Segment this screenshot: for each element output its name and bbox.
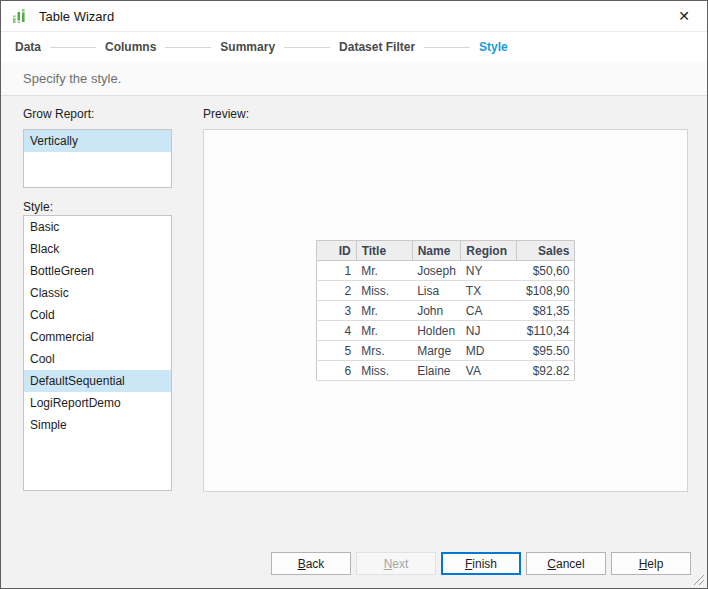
cell-region: CA — [461, 301, 517, 321]
cell-title: Mr. — [356, 321, 412, 341]
style-option-logireportdemo[interactable]: LogiReportDemo — [24, 392, 171, 414]
wizard-steps: DataColumnsSummaryDataset FilterStyle — [1, 32, 707, 62]
cell-region: VA — [461, 361, 517, 381]
finish-button[interactable]: Finish — [441, 552, 521, 575]
table-row: 5Mrs.MargeMD$95.50 — [316, 341, 575, 361]
preview-label: Preview: — [203, 107, 249, 121]
style-label: Style: — [23, 200, 53, 214]
title-bar: Table Wizard ✕ — [1, 1, 707, 32]
window-title: Table Wizard — [39, 9, 114, 24]
column-header-title: Title — [356, 241, 412, 261]
cell-name: Joseph — [412, 261, 461, 281]
help-button[interactable]: Help — [611, 552, 691, 575]
cell-id: 1 — [316, 261, 356, 281]
cell-sales: $95.50 — [517, 341, 575, 361]
step-summary[interactable]: Summary — [220, 40, 275, 54]
cell-sales: $92.82 — [517, 361, 575, 381]
grow-report-listbox[interactable]: Vertically — [23, 129, 172, 188]
step-data[interactable]: Data — [15, 40, 41, 54]
step-description: Specify the style. — [1, 62, 707, 96]
cell-title: Miss. — [356, 281, 412, 301]
cell-sales: $110,34 — [517, 321, 575, 341]
cell-name: Elaine — [412, 361, 461, 381]
table-row: 3Mr.JohnCA$81,35 — [316, 301, 575, 321]
table-wizard-dialog: Table Wizard ✕ DataColumnsSummaryDataset… — [0, 0, 708, 589]
cell-id: 3 — [316, 301, 356, 321]
step-dataset-filter[interactable]: Dataset Filter — [339, 40, 415, 54]
grow-report-label: Grow Report: — [23, 107, 94, 121]
cell-sales: $50,60 — [517, 261, 575, 281]
style-option-basic[interactable]: Basic — [24, 216, 171, 238]
style-option-cold[interactable]: Cold — [24, 304, 171, 326]
table-row: 4Mr.HoldenNJ$110,34 — [316, 321, 575, 341]
preview-table-header: IDTitleNameRegionSales — [316, 241, 575, 261]
style-option-defaultsequential[interactable]: DefaultSequential — [24, 370, 171, 392]
step-connector — [165, 47, 211, 48]
cell-region: TX — [461, 281, 517, 301]
step-style[interactable]: Style — [479, 40, 508, 54]
step-connector — [284, 47, 330, 48]
column-header-sales: Sales — [517, 241, 575, 261]
cancel-button[interactable]: Cancel — [526, 552, 606, 575]
table-wizard-icon — [12, 7, 30, 25]
style-listbox[interactable]: BasicBlackBottleGreenClassicColdCommerci… — [23, 215, 172, 491]
cell-name: Holden — [412, 321, 461, 341]
cell-region: NJ — [461, 321, 517, 341]
table-row: 1Mr.JosephNY$50,60 — [316, 261, 575, 281]
column-header-id: ID — [316, 241, 356, 261]
cell-region: MD — [461, 341, 517, 361]
cell-title: Mr. — [356, 261, 412, 281]
cell-name: John — [412, 301, 461, 321]
style-option-classic[interactable]: Classic — [24, 282, 171, 304]
cell-region: NY — [461, 261, 517, 281]
cell-id: 4 — [316, 321, 356, 341]
cell-id: 6 — [316, 361, 356, 381]
style-option-black[interactable]: Black — [24, 238, 171, 260]
cell-title: Miss. — [356, 361, 412, 381]
cell-id: 5 — [316, 341, 356, 361]
table-row: 2Miss.LisaTX$108,90 — [316, 281, 575, 301]
resize-grip[interactable] — [691, 572, 705, 586]
column-header-name: Name — [412, 241, 461, 261]
next-button: Next — [356, 552, 436, 575]
preview-panel: IDTitleNameRegionSales 1Mr.JosephNY$50,6… — [203, 129, 688, 492]
preview-table-body: 1Mr.JosephNY$50,602Miss.LisaTX$108,903Mr… — [316, 261, 575, 381]
grow-report-option-vertically[interactable]: Vertically — [24, 130, 171, 152]
style-option-commercial[interactable]: Commercial — [24, 326, 171, 348]
style-option-cool[interactable]: Cool — [24, 348, 171, 370]
style-option-bottlegreen[interactable]: BottleGreen — [24, 260, 171, 282]
button-bar: BackNextFinishCancelHelp — [271, 552, 691, 575]
preview-table: IDTitleNameRegionSales 1Mr.JosephNY$50,6… — [316, 240, 576, 381]
step-columns[interactable]: Columns — [105, 40, 156, 54]
cell-sales: $81,35 — [517, 301, 575, 321]
cell-title: Mr. — [356, 301, 412, 321]
step-connector — [424, 47, 470, 48]
table-row: 6Miss.ElaineVA$92.82 — [316, 361, 575, 381]
close-icon[interactable]: ✕ — [669, 1, 699, 32]
step-connector — [50, 47, 96, 48]
style-option-simple[interactable]: Simple — [24, 414, 171, 436]
column-header-region: Region — [461, 241, 517, 261]
cell-name: Lisa — [412, 281, 461, 301]
back-button[interactable]: Back — [271, 552, 351, 575]
cell-name: Marge — [412, 341, 461, 361]
cell-id: 2 — [316, 281, 356, 301]
cell-title: Mrs. — [356, 341, 412, 361]
cell-sales: $108,90 — [517, 281, 575, 301]
